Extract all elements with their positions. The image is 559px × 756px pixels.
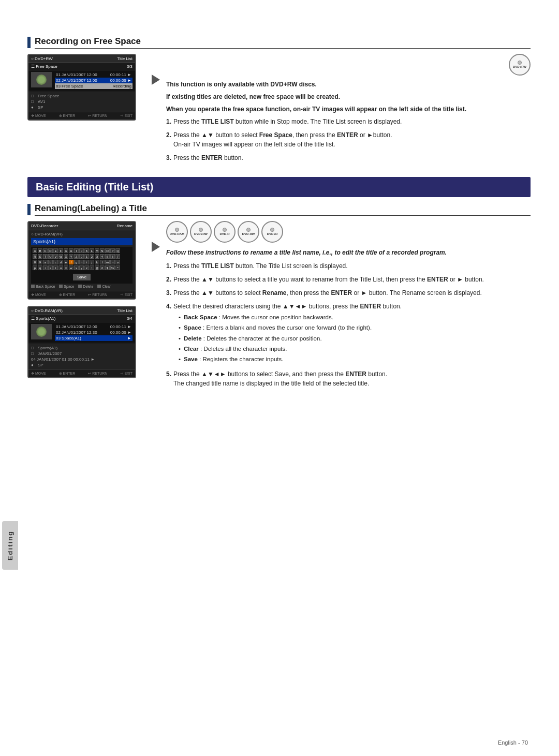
dvd-screen-2-header: ○ DVD-RAM(VR) Title List <box>28 307 135 315</box>
side-tab: Editing <box>0 21 20 735</box>
section1-steps: 1. Press the TITLE LIST button while in … <box>166 117 531 162</box>
section2-steps: 1. Press the TITLE LIST button. The Titl… <box>166 261 531 388</box>
section1-intro-3: When you operate the free space function… <box>166 105 531 114</box>
step2-3: 3. Press the ▲▼ buttons to select Rename… <box>166 288 531 298</box>
disc-dvd-r-plus: DVD+R <box>261 221 283 243</box>
step1-3: 3. Press the ENTER button. <box>166 153 531 162</box>
rename-disc-area: ○ DVD-RAM(VR) Sports(A1) A B C <box>28 230 135 291</box>
dvd-info-3: ● SP <box>31 105 133 110</box>
dvd2-row-2: 02 JAN/01/2007 12:30 00:00:09 ► <box>55 330 133 335</box>
section1-bar <box>27 37 31 48</box>
bullet-save: Save : Registers the character inputs. <box>179 355 531 364</box>
char-rows: A B C D E F G H I J <box>33 248 131 270</box>
dvd-rows: 01 JAN/01/2007 12:00 00:00:11 ► 02 JAN/0… <box>55 72 133 89</box>
step2-1: 1. Press the TITLE LIST button. The Titl… <box>166 261 531 271</box>
bullet-list: Back Space : Moves the cursor one positi… <box>173 313 531 364</box>
step1-1: 1. Press the TITLE LIST button while in … <box>166 117 531 126</box>
step2-4: 4. Select the desired characters using t… <box>166 302 531 365</box>
dvd-screen-2-footer: ❖ MOVE ⊕ ENTER ↩ RETURN ⊣ EXIT <box>28 369 135 377</box>
section2-header: Renaming(Labeling) a Title <box>27 203 531 216</box>
dvd-main-area: 01 JAN/01/2007 12:00 00:00:11 ► 02 JAN/0… <box>28 70 135 91</box>
disc-dvd-rw-plus: DVD+RW <box>190 221 212 243</box>
char-row-2: R S T U V W X Y Z 0 <box>33 254 120 259</box>
dvd2-row-1: 01 JAN/01/2007 12:00 00:00:11 ► <box>55 324 133 330</box>
bullet-clear: Clear : Deletes all the character inputs… <box>179 345 531 353</box>
rename-disc-label: ○ DVD-RAM(VR) <box>31 232 133 236</box>
dvd-subheader-right: 3/3 <box>127 64 133 69</box>
dvd-info-1: □ Free Space <box>31 93 133 99</box>
disc-dvd-r: DVD-R <box>214 221 236 243</box>
big-section-banner: Basic Editing (Title List) <box>27 177 531 197</box>
rename-options: Back Space Space Delete <box>31 284 133 289</box>
clear-option: Clear <box>97 285 111 288</box>
dvd2-extra-row: 04 JAN/01/2007 01:30 00:00:11 ► <box>31 357 133 362</box>
rename-header-left: DVD-Recorder <box>31 224 58 228</box>
bullet-delete: Delete : Deletes the character at the cu… <box>179 334 531 343</box>
section1-content: ○ DVD+RW Title List ☰ Free Space 3/3 01 … <box>27 54 531 167</box>
section1-header: Recording on Free Space <box>27 36 531 49</box>
section1-title: Recording on Free Space <box>35 36 531 49</box>
delete-option: Delete <box>78 285 93 288</box>
section1-intro-2: If existing titles are deleted, new free… <box>166 92 531 101</box>
dvd-row-1: 01 JAN/01/2007 12:00 00:00:11 ► <box>55 72 133 78</box>
section1-right: DVD+RW This function is only available w… <box>166 54 531 167</box>
dvd2-main-area: 01 JAN/01/2007 12:00 00:00:11 ► 02 JAN/0… <box>28 322 135 343</box>
dvd-row-3: 03 Free Space Recording <box>55 83 133 89</box>
back-space-option: Back Space <box>31 285 55 288</box>
char-row-1: A B C D E F G H I J <box>33 248 120 253</box>
rename-footer: ❖ MOVE ⊕ ENTER ↩ RETURN ⊣ EXIT <box>28 291 135 299</box>
section-renaming: Renaming(Labeling) a Title DVD-Recorder … <box>27 203 531 392</box>
dvd2-header-left: ○ DVD-RAM(VR) <box>31 308 63 313</box>
dvd-subheader-left: ☰ Free Space <box>31 64 57 69</box>
dvd2-subheader-left: ☰ Sports(A1) <box>31 316 55 321</box>
rename-header-right: Rename <box>117 224 133 228</box>
dvd-thumbnail <box>31 72 52 87</box>
dvd-screen-1: ○ DVD+RW Title List ☰ Free Space 3/3 01 … <box>27 54 136 121</box>
section2-intro: Follow these instructions to rename a ti… <box>166 248 531 257</box>
dvd-subheader: ☰ Free Space 3/3 <box>28 63 135 70</box>
section1-arrow <box>152 54 166 167</box>
section2-content: DVD-Recorder Rename ○ DVD-RAM(VR) Sports… <box>27 221 531 392</box>
rename-header: DVD-Recorder Rename <box>28 222 135 230</box>
dvd-header-left: ○ DVD+RW <box>31 56 53 61</box>
section1-left: ○ DVD+RW Title List ☰ Free Space 3/3 01 … <box>27 54 152 167</box>
bullet-space: Space : Enters a blank and moves the cur… <box>179 323 531 332</box>
arrow-right-icon <box>152 75 160 85</box>
dvd2-info-2: □ JAN/01/2007 <box>31 351 133 357</box>
dvd-rw-icon: DVD+RW <box>509 54 531 76</box>
dvd-info-2: □ AV1 <box>31 99 133 105</box>
dvd-screen-2: ○ DVD-RAM(VR) Title List ☰ Sports(A1) 3/… <box>27 306 136 378</box>
section2-right: DVD-RAM DVD+RW DVD-R DVD-RW <box>166 221 531 392</box>
disc-center <box>518 61 522 65</box>
dvd2-subheader-right: 3/4 <box>127 316 133 321</box>
dvd-screen-1-header: ○ DVD+RW Title List <box>28 55 135 63</box>
section2-title: Renaming(Labeling) a Title <box>35 203 531 216</box>
save-btn-area: Save <box>33 272 131 282</box>
char-grid-area: A B C D E F G H I J <box>31 247 133 284</box>
section2-arrow <box>152 221 166 392</box>
arrow-right-icon-2 <box>152 242 160 252</box>
disc-dvd-ram: DVD-RAM <box>166 221 188 243</box>
section1-intro-1: This function is only available with DVD… <box>166 80 531 89</box>
rename-screen: DVD-Recorder Rename ○ DVD-RAM(VR) Sports… <box>27 221 136 300</box>
char-row-3: 8 9 a b c d e f g h <box>33 260 120 264</box>
dvd2-info-1: □ Sports(A1) <box>31 345 133 351</box>
save-button-label: Save <box>73 274 91 280</box>
section2-bar <box>27 204 31 215</box>
dvd-screen-1-footer: ❖ MOVE ⊕ ENTER ↩ RETURN ⊣ EXIT <box>28 112 135 120</box>
side-tab-label: Editing <box>2 521 18 570</box>
dvd2-info: □ Sports(A1) □ JAN/01/2007 04 JAN/01/200… <box>28 344 135 369</box>
dvd-row-2: 02 JAN/01/2007 12:00 00:00:09 ► <box>55 78 133 83</box>
dvd-header-right: Title List <box>117 56 133 61</box>
dvd2-header-right: Title List <box>117 308 133 313</box>
disc-icon-label: DVD+RW <box>513 65 526 69</box>
section-recording: Recording on Free Space ○ DVD+RW Title L… <box>27 36 531 167</box>
dvd2-info-3: ● SP <box>31 362 133 368</box>
step1-2: 2. Press the ▲▼ button to select Free Sp… <box>166 130 531 149</box>
bullet-backspace: Back Space : Moves the cursor one positi… <box>179 313 531 322</box>
disc-icons-row: DVD-RAM DVD+RW DVD-R DVD-RW <box>166 221 531 243</box>
step2-5: 5. Press the ▲▼◄► buttons to select Save… <box>166 369 531 388</box>
space-option: Space <box>59 285 74 288</box>
disc-dvd-rw: DVD-RW <box>238 221 259 243</box>
dvd2-rows: 01 JAN/01/2007 12:00 00:00:11 ► 02 JAN/0… <box>55 324 133 341</box>
